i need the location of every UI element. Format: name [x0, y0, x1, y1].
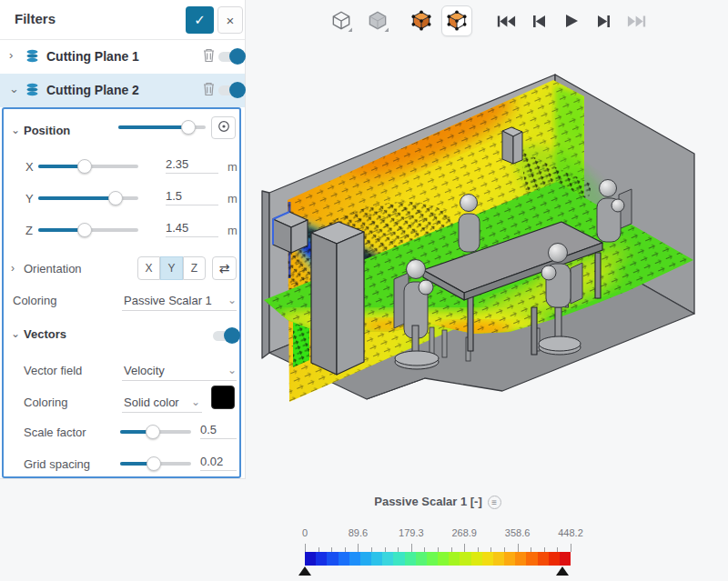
skip-to-end-icon	[627, 15, 647, 28]
application-window: Filters ✓ × › Cutting Plane 1	[0, 0, 728, 581]
grid-spacing-slider[interactable]	[120, 456, 191, 471]
step-back-button[interactable]	[523, 5, 554, 36]
vector-coloring-dropdown[interactable]: Solid color	[124, 396, 179, 409]
filter-row-cutting-plane-2[interactable]: ⌄ Cutting Plane 2	[0, 74, 245, 107]
panel-title: Filters	[15, 11, 56, 26]
axis-x-label: X	[25, 160, 34, 174]
grid-spacing-label: Grid spacing	[24, 457, 90, 471]
axis-z-slider[interactable]	[38, 223, 138, 237]
filter-name: Cutting Plane 2	[46, 83, 139, 97]
axis-z-value[interactable]: 1.45	[166, 221, 218, 237]
show-all-cutting-planes-button[interactable]	[406, 5, 437, 36]
colorbar	[305, 552, 571, 566]
grid-spacing-value[interactable]: 0.02	[200, 455, 237, 471]
axis-x-unit: m	[228, 160, 238, 174]
show-active-cutting-plane-button[interactable]	[441, 5, 472, 36]
legend-menu-icon[interactable]: ≡	[488, 496, 501, 509]
solid-cube-icon	[366, 9, 389, 33]
position-overview-slider[interactable]	[118, 120, 206, 135]
cutting-plane-icon	[25, 48, 40, 64]
skip-to-start-icon	[496, 15, 516, 28]
delete-cutting-plane-2-button[interactable]	[199, 81, 217, 99]
orientation-y-button[interactable]: Y	[160, 256, 183, 280]
vectors-section-label: Vectors	[24, 327, 66, 341]
vector-field-label: Vector field	[24, 364, 82, 377]
close-icon: ×	[227, 13, 235, 28]
axis-y-label: Y	[25, 192, 34, 205]
viewport-toolbar	[326, 4, 652, 38]
delete-cutting-plane-1-button[interactable]	[199, 47, 217, 65]
vent-box[interactable]	[502, 127, 522, 164]
step-forward-icon	[596, 15, 612, 28]
skip-to-start-button[interactable]	[490, 5, 521, 36]
viewport-3d-scene[interactable]	[246, 38, 728, 493]
check-icon: ✓	[194, 12, 206, 27]
toggle-cutting-plane-1[interactable]	[218, 52, 244, 62]
chevron-right-icon[interactable]: ›	[11, 262, 15, 275]
view-cube-wireframe-button[interactable]	[326, 5, 357, 36]
orientation-x-button[interactable]: X	[137, 256, 160, 280]
axis-z-unit: m	[228, 224, 238, 237]
play-icon	[563, 14, 580, 28]
cutting-plane-icon	[25, 82, 40, 97]
inlet-cube[interactable]	[273, 212, 308, 253]
legend-tick-labels: 089.6179.3268.9358.6448.2	[305, 527, 571, 540]
vector-color-swatch[interactable]	[211, 386, 235, 409]
swap-arrows-icon: ⇄	[219, 261, 230, 275]
person-figure[interactable]	[459, 195, 480, 253]
dropdown-chevron-icon[interactable]: ⌄	[191, 396, 200, 408]
panel-header: Filters ✓ ×	[0, 0, 245, 40]
coloring-dropdown[interactable]: Passive Scalar 1	[124, 294, 212, 307]
step-back-icon	[531, 15, 547, 28]
step-forward-button[interactable]	[589, 5, 620, 36]
orange-cube-selected-icon	[445, 9, 469, 33]
axis-y-unit: m	[228, 192, 238, 205]
cutting-plane-2-settings: ⌄ Position X 2.35 m Y 1.5	[2, 107, 241, 478]
vector-field-dropdown[interactable]: Velocity	[124, 364, 165, 377]
position-section-label: Position	[24, 124, 70, 137]
axis-y-slider[interactable]	[38, 191, 138, 205]
scale-factor-label: Scale factor	[24, 426, 86, 439]
orange-cube-icon	[410, 9, 433, 33]
close-panel-button[interactable]: ×	[217, 6, 243, 34]
chevron-down-icon[interactable]: ⌄	[11, 124, 20, 136]
legend-range-max-handle[interactable]	[556, 566, 569, 576]
chevron-down-icon[interactable]: ⌄	[11, 327, 20, 340]
legend-range-min-handle[interactable]	[298, 566, 311, 576]
scale-factor-slider[interactable]	[120, 425, 191, 439]
flip-orientation-button[interactable]: ⇄	[212, 256, 237, 280]
axis-z-label: Z	[25, 224, 33, 237]
filter-row-cutting-plane-1[interactable]: › Cutting Plane 1	[0, 40, 245, 74]
axis-x-slider[interactable]	[38, 159, 138, 174]
filters-panel: Filters ✓ × › Cutting Plane 1	[0, 0, 246, 479]
trash-icon	[202, 81, 216, 96]
dropdown-chevron-icon[interactable]: ⌄	[228, 364, 237, 376]
target-icon	[217, 120, 230, 133]
skip-to-end-button[interactable]	[622, 5, 652, 36]
apply-filters-button[interactable]: ✓	[186, 6, 214, 34]
pick-position-button[interactable]	[211, 116, 236, 139]
filter-name: Cutting Plane 1	[46, 49, 139, 64]
orientation-label: Orientation	[24, 262, 82, 275]
toggle-cutting-plane-2[interactable]	[218, 85, 244, 95]
color-legend: Passive Scalar 1 [-]≡ 089.6179.3268.9358…	[246, 491, 728, 581]
coloring-label: Coloring	[13, 294, 56, 307]
dropdown-chevron-icon[interactable]: ⌄	[228, 294, 237, 306]
column-box[interactable]	[311, 222, 364, 375]
legend-ticks	[305, 543, 571, 552]
chevron-down-icon[interactable]: ⌄	[9, 82, 20, 95]
scale-factor-value[interactable]: 0.5	[200, 423, 237, 439]
trash-icon	[202, 47, 216, 63]
orientation-z-button[interactable]: Z	[183, 256, 206, 280]
vector-coloring-label: Coloring	[24, 396, 67, 409]
viewport: Passive Scalar 1 [-]≡ 089.6179.3268.9358…	[246, 0, 728, 581]
toggle-vectors[interactable]	[213, 331, 238, 341]
wireframe-cube-icon	[329, 9, 353, 33]
view-cube-solid-button[interactable]	[362, 5, 393, 36]
axis-y-value[interactable]: 1.5	[166, 189, 218, 205]
legend-title: Passive Scalar 1 [-]	[374, 495, 482, 508]
chevron-right-icon[interactable]: ›	[9, 48, 20, 62]
axis-x-value[interactable]: 2.35	[166, 157, 218, 174]
play-button[interactable]	[556, 5, 587, 36]
